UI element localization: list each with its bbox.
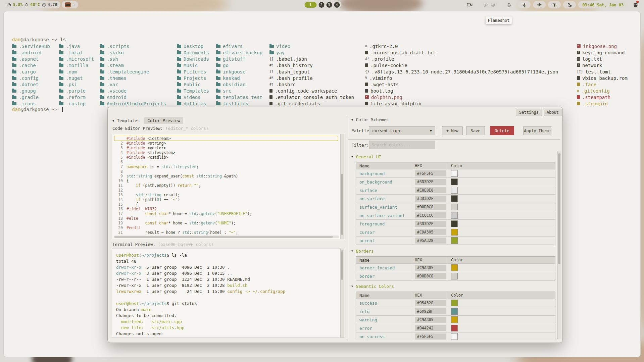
table-header-row: NameHEXColor <box>356 257 555 263</box>
bluetooth-button[interactable] <box>518 1 531 8</box>
terminal-cat-icon <box>65 2 71 7</box>
folder-icon <box>12 64 16 67</box>
text-segment: ~/projects <box>141 253 166 258</box>
color-swatch[interactable] <box>451 264 458 271</box>
hex-input[interactable]: #C9A305 <box>415 229 446 235</box>
text-segment: :: <box>168 164 173 169</box>
file-name: .bash_history <box>276 63 313 68</box>
desktop: 5.8% 48°C 4.7G ~ 1 2 3 4 <box>0 0 644 362</box>
hex-input[interactable]: #D0D0C8 <box>415 273 446 279</box>
section-toggle[interactable]: ▼Borders <box>351 249 557 253</box>
screen-record-button[interactable] <box>463 1 476 8</box>
line-number: 6 <box>114 160 123 164</box>
hex-input[interactable]: #F5F5F5 <box>415 333 446 340</box>
header-hex: HEX <box>413 162 448 169</box>
list-vscrollbar <box>557 151 561 339</box>
collapse-caret-icon: ▼ <box>112 119 114 122</box>
color-swatch[interactable] <box>451 170 458 177</box>
color-swatch[interactable] <box>451 220 458 227</box>
templates-section-header[interactable]: ▼ Templates Color Preview <box>112 117 183 124</box>
screenshare-pill[interactable] <box>478 1 500 8</box>
color-cell <box>448 332 555 341</box>
color-swatch[interactable] <box>451 195 458 202</box>
color-schemes-section-header[interactable]: ▼ Color Schemes <box>351 117 389 122</box>
ls-item: file-assoc-dolphin <box>365 100 577 107</box>
color-swatch[interactable] <box>451 237 458 244</box>
color-swatch[interactable] <box>451 212 458 219</box>
color-swatch[interactable] <box>451 333 458 340</box>
brightness-button[interactable] <box>548 1 561 8</box>
folder-icon <box>177 45 181 48</box>
delete-button[interactable]: Delete <box>490 126 514 135</box>
tab-color-preview[interactable]: Color Preview <box>144 117 183 124</box>
apply-theme-button[interactable]: Apply Theme <box>523 126 551 135</box>
video-camera-icon <box>467 2 473 7</box>
hex-input[interactable]: #3D3D2F <box>415 179 446 185</box>
section-toggle[interactable]: ▼General UI <box>351 155 557 159</box>
text-segment: #include <box>127 155 145 160</box>
hex-input[interactable]: #E8E8E8 <box>415 187 446 193</box>
workspace-3[interactable]: 3 <box>326 2 332 8</box>
file-name: Downloads <box>184 56 209 62</box>
nightlight-button[interactable] <box>563 1 576 8</box>
color-swatch[interactable] <box>451 300 458 306</box>
bell-icon <box>507 2 511 7</box>
settings-button[interactable]: Settings <box>516 109 542 116</box>
file-name: .profile <box>371 56 394 62</box>
ls-item: .local <box>59 49 100 56</box>
text-segment: $ ls -la <box>167 253 187 258</box>
color-swatch[interactable] <box>451 308 458 315</box>
hex-input[interactable]: #D0D0C8 <box>415 204 446 210</box>
volume-button[interactable] <box>533 1 546 8</box>
line-number: 11 <box>114 183 123 188</box>
code-text: #include <vector> <box>127 146 166 150</box>
palette-select[interactable]: cursed-light ▼ <box>369 126 435 135</box>
folder-icon <box>100 77 104 80</box>
filter-input[interactable] <box>369 141 435 149</box>
file-name: inkgoose <box>223 69 245 74</box>
color-swatch[interactable] <box>451 187 458 194</box>
hex-input[interactable]: #C9A305 <box>415 265 446 271</box>
color-swatch[interactable] <box>451 316 458 323</box>
hex-input[interactable]: #60928F <box>415 308 446 314</box>
notifications-button[interactable] <box>503 1 515 8</box>
clock-widget[interactable]: 03:46 Sat, Jan 03 <box>578 1 628 8</box>
color-swatch[interactable] <box>451 325 458 331</box>
workspace-4[interactable]: 4 <box>334 2 340 8</box>
about-button[interactable]: About <box>544 109 561 116</box>
hex-input[interactable]: #3D3D2F <box>415 221 446 227</box>
hex-input[interactable]: #CCCCCC <box>415 212 446 218</box>
color-swatch[interactable] <box>451 204 458 210</box>
section-toggle[interactable]: ▼Semantic Colors <box>351 284 557 289</box>
workspace-2[interactable]: 2 <box>318 2 324 8</box>
scrollbar-thumb[interactable] <box>558 153 560 264</box>
ls-item: .scripts <box>100 43 177 49</box>
hex-input[interactable]: #3D3D2F <box>415 196 446 202</box>
scrollbar-thumb[interactable] <box>341 250 343 280</box>
text-segment: <vector> <box>145 146 166 150</box>
workspace-1-active[interactable]: 1 <box>304 2 316 8</box>
scrollbar-thumb[interactable] <box>114 236 333 238</box>
ls-column: videoyay{}.babel.json#!.bash_history#!.b… <box>269 43 365 107</box>
color-swatch[interactable] <box>451 273 458 279</box>
ls-item: inkgoose <box>216 68 269 75</box>
file-icon <box>269 95 273 99</box>
fileolive-icon <box>577 83 580 86</box>
color-swatch[interactable] <box>451 178 458 185</box>
hex-input[interactable]: #C9A305 <box>415 317 446 323</box>
color-swatch[interactable] <box>451 229 458 236</box>
save-button[interactable]: Save <box>466 126 485 135</box>
hex-input[interactable]: #95A328 <box>415 238 446 244</box>
hex-input[interactable]: #95A328 <box>415 300 446 306</box>
terminal-line: -rwxr-xr-x 1 user group 8192 Dec 2 10:28… <box>116 282 339 289</box>
text-segment: return <box>178 183 192 188</box>
app-launcher-pill[interactable]: ~ <box>62 1 78 8</box>
collapse-caret-icon: ▼ <box>351 155 353 158</box>
new-palette-button[interactable]: + New <box>442 126 463 135</box>
folder-icon <box>177 58 181 61</box>
flameshot-tray-button[interactable] <box>630 1 641 8</box>
hex-input[interactable]: #B44242 <box>415 325 446 331</box>
prompt-host: @darkgoose <box>20 37 49 42</box>
scrollbar-thumb[interactable] <box>341 174 343 235</box>
hex-input[interactable]: #F5F5F5 <box>415 170 446 176</box>
